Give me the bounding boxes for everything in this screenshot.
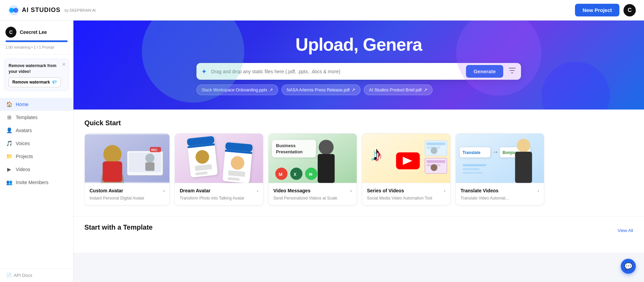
dream-avatar-title-row: Dream Avatar › <box>180 188 258 193</box>
video-messages-title: Video Messages <box>273 188 311 193</box>
svg-point-58 <box>517 139 531 152</box>
sidebar-item-avatars[interactable]: 👤 Avatars <box>0 124 73 137</box>
sidebar-item-projects[interactable]: 📁 Projects <box>0 150 73 163</box>
translate-videos-image: Translate → Bonjour <box>456 133 544 183</box>
dream-avatar-card-body: Dream Avatar › Transform Photo into Talk… <box>175 183 263 205</box>
quickstart-section: Quick Start <box>73 110 644 216</box>
home-icon: 🏠 <box>6 101 12 107</box>
series-videos-title-row: Series of Videos › <box>367 188 446 193</box>
dream-avatar-arrow-icon: › <box>257 188 258 193</box>
main-content: Upload, Genera ✦ Generate Slack Workspac… <box>73 21 644 282</box>
dream-avatar-title: Dream Avatar <box>180 188 210 193</box>
sidebar-avatar: C <box>5 27 16 38</box>
hero-title: Upload, Genera <box>94 34 624 55</box>
svg-rect-61 <box>463 168 480 170</box>
svg-rect-46 <box>427 142 446 145</box>
svg-point-51 <box>430 164 437 171</box>
sidebar-item-projects-label: Projects <box>16 154 33 159</box>
avatar-person-svg: REC <box>85 133 169 183</box>
sidebar-item-voices[interactable]: 🎵 Voices <box>0 137 73 150</box>
view-all-link[interactable]: View All <box>618 228 633 233</box>
svg-rect-8 <box>129 153 161 172</box>
new-project-button[interactable]: New Project <box>575 4 619 16</box>
hero-sample-2-icon: ↗ <box>352 87 355 92</box>
svg-rect-48 <box>427 160 446 163</box>
dream-avatar-description: Transform Photo into Talking Avatar <box>180 196 244 201</box>
svg-text:M: M <box>279 172 283 177</box>
svg-rect-62 <box>463 172 483 174</box>
hero-sample-3-label: AI Studios Product Brief.pdf <box>369 88 422 92</box>
svg-text:X: X <box>293 172 296 177</box>
projects-icon: 📁 <box>6 153 12 159</box>
remove-watermark-button[interactable]: Remove watermark 💎 <box>9 77 61 87</box>
chat-button[interactable]: 💬 <box>621 259 636 274</box>
sidebar-item-invite-label: Invite Members <box>16 180 49 185</box>
sidebar-prompt-info: 1:00 remaining • 1 / 1 Prompt <box>5 45 54 49</box>
series-videos-arrow-icon: › <box>444 188 446 193</box>
watermark-promo-title: Remove watermark from your video! <box>9 63 65 75</box>
video-messages-description: Send Personalized Videos at Scale <box>273 196 337 201</box>
sidebar-item-invite[interactable]: 👥 Invite Members <box>0 176 73 189</box>
svg-rect-29 <box>272 140 316 157</box>
svg-text:♪: ♪ <box>374 145 383 166</box>
generate-button[interactable]: Generate <box>466 65 503 78</box>
series-videos-description: Social Media Video Automation Tool <box>367 196 432 201</box>
custom-avatar-image: REC <box>85 133 169 183</box>
series-videos-svg: ♪ ♪ ♪ <box>362 133 450 183</box>
hero-search-input[interactable] <box>211 69 463 74</box>
sidebar-item-videos[interactable]: ▶ Videos <box>0 163 73 176</box>
svg-rect-60 <box>463 164 486 166</box>
api-docs-link[interactable]: 📄 API Docs <box>6 273 67 278</box>
custom-avatar-title-row: Custom Avatar › <box>90 188 165 193</box>
translate-videos-title: Translate Videos <box>461 188 498 193</box>
quickstart-card-dream-avatar[interactable]: Dream Avatar › Transform Photo into Talk… <box>175 133 263 205</box>
sidebar: C Ceecret Lee 1:00 remaining • 1 / 1 Pro… <box>0 21 73 282</box>
custom-avatar-card-body: Custom Avatar › Instant Personal Digital… <box>85 183 169 205</box>
video-messages-title-row: Video Messages › <box>273 188 352 193</box>
translate-videos-svg: Translate → Bonjour <box>456 133 544 183</box>
logo-by: by DEEPBRAIN AI <box>65 8 96 12</box>
quickstart-card-series-videos[interactable]: ♪ ♪ ♪ <box>362 133 451 205</box>
hero-sample-2[interactable]: NASA Artemis Press Release.pdf ↗ <box>282 85 360 95</box>
api-docs-icon: 📄 <box>6 273 12 278</box>
sidebar-item-home[interactable]: 🏠 Home <box>0 98 73 111</box>
quickstart-card-video-messages[interactable]: Business Presentation M X ✉ <box>268 133 357 205</box>
svg-point-27 <box>319 140 334 155</box>
template-section: Start with a Template View All <box>73 216 644 253</box>
logo-text: AI STUDIOS <box>22 7 60 14</box>
avatars-icon: 👤 <box>6 127 12 133</box>
filter-button[interactable] <box>506 66 518 76</box>
sidebar-item-templates[interactable]: ⊞ Templates <box>0 111 73 124</box>
user-avatar[interactable]: C <box>624 4 636 16</box>
svg-rect-6 <box>102 162 122 182</box>
hero-sample-1[interactable]: Slack Workspace Onboarding.pptx ↗ <box>196 85 278 95</box>
sidebar-username: Ceecret Lee <box>20 29 47 35</box>
watermark-close-button[interactable]: ✕ <box>62 62 66 67</box>
hero-search-bar: ✦ Generate <box>196 63 521 80</box>
svg-text:✉: ✉ <box>309 172 312 177</box>
video-messages-svg: Business Presentation M X ✉ <box>269 133 357 183</box>
video-messages-card-body: Video Messages › Send Personalized Video… <box>269 183 357 205</box>
sidebar-item-home-label: Home <box>16 102 28 107</box>
watermark-promo-card: ✕ Remove watermark from your video! Remo… <box>4 59 69 91</box>
quickstart-card-translate-videos[interactable]: Translate → Bonjour <box>455 133 544 205</box>
hero-sample-1-icon: ↗ <box>269 87 273 92</box>
hero-blob-3 <box>542 62 610 110</box>
svg-point-11 <box>145 154 154 163</box>
svg-point-34 <box>290 168 303 180</box>
sidebar-nav: 🏠 Home ⊞ Templates 👤 Avatars 🎵 Voices 📁 … <box>0 95 73 268</box>
logo: AI STUDIOS by DEEPBRAIN AI <box>8 5 96 16</box>
chat-icon: 💬 <box>624 262 633 270</box>
sparkle-icon: ✦ <box>201 67 207 76</box>
hero-section: Upload, Genera ✦ Generate Slack Workspac… <box>73 21 644 110</box>
quickstart-card-custom-avatar[interactable]: REC Custom Avatar › Instant Perso <box>84 133 170 205</box>
hero-sample-3[interactable]: AI Studios Product Brief.pdf ↗ <box>364 85 433 95</box>
svg-text:REC: REC <box>151 148 157 152</box>
quickstart-grid: REC Custom Avatar › Instant Perso <box>84 133 633 207</box>
svg-point-2 <box>13 8 18 13</box>
invite-icon: 👥 <box>6 179 12 185</box>
translate-videos-description: Translate Video Automat... <box>461 196 509 201</box>
template-section-title: Start with a Template <box>84 223 153 231</box>
sidebar-user-row: C Ceecret Lee <box>5 27 68 38</box>
svg-point-50 <box>430 147 437 154</box>
